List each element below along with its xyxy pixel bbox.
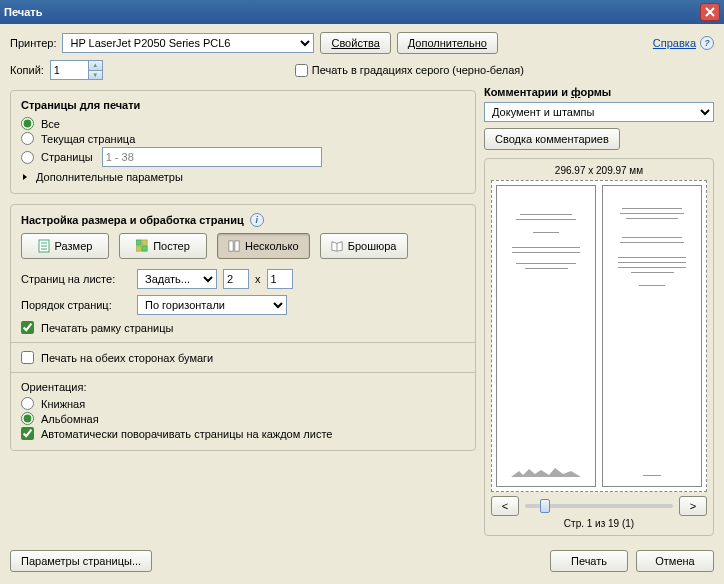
border-checkbox[interactable] bbox=[21, 321, 34, 334]
preview-page-1 bbox=[496, 185, 596, 487]
svg-rect-1 bbox=[136, 240, 141, 245]
pps-x-input[interactable] bbox=[223, 269, 249, 289]
preview-dims: 296.97 x 209.97 мм bbox=[491, 165, 707, 176]
size-icon bbox=[38, 239, 50, 253]
multiple-button[interactable]: Несколько bbox=[217, 233, 310, 259]
pages-range-label: Страницы bbox=[41, 151, 93, 163]
zoom-slider[interactable] bbox=[525, 504, 673, 508]
slider-thumb[interactable] bbox=[540, 499, 550, 513]
copies-spinner[interactable]: ▲▼ bbox=[50, 60, 103, 80]
pages-range-radio[interactable] bbox=[21, 151, 34, 164]
pages-range-input[interactable] bbox=[102, 147, 322, 167]
printer-label: Принтер: bbox=[10, 37, 56, 49]
portrait-radio[interactable] bbox=[21, 397, 34, 410]
close-button[interactable] bbox=[700, 3, 720, 21]
spin-up-icon[interactable]: ▲ bbox=[89, 61, 102, 71]
pages-fieldset: Страницы для печати Все Текущая страница… bbox=[10, 90, 476, 194]
pages-all-label: Все bbox=[41, 118, 60, 130]
orientation-label: Ориентация: bbox=[21, 381, 465, 393]
comments-title: Комментарии и формы bbox=[484, 86, 611, 98]
autorotate-label: Автоматически поворачивать страницы на к… bbox=[41, 428, 332, 440]
size-button[interactable]: Размер bbox=[21, 233, 109, 259]
sizing-title: Настройка размера и обработка страниц bbox=[21, 214, 244, 226]
pages-more-label[interactable]: Дополнительные параметры bbox=[36, 171, 183, 183]
svg-rect-4 bbox=[142, 246, 147, 251]
print-button[interactable]: Печать bbox=[550, 550, 628, 572]
landscape-radio[interactable] bbox=[21, 412, 34, 425]
page-setup-button[interactable]: Параметры страницы... bbox=[10, 550, 152, 572]
grayscale-checkbox[interactable] bbox=[295, 64, 308, 77]
window-title: Печать bbox=[4, 6, 42, 18]
preview-page-frame bbox=[491, 180, 707, 492]
expand-icon[interactable] bbox=[23, 174, 27, 180]
duplex-checkbox[interactable] bbox=[21, 351, 34, 364]
pages-current-label: Текущая страница bbox=[41, 133, 135, 145]
pages-all-radio[interactable] bbox=[21, 117, 34, 130]
advanced-button[interactable]: Дополнительно bbox=[397, 32, 498, 54]
title-bar: Печать bbox=[0, 0, 724, 24]
sizing-fieldset: Настройка размера и обработка страниц i … bbox=[10, 204, 476, 451]
preview-page-2 bbox=[602, 185, 702, 487]
page-info: Стр. 1 из 19 (1) bbox=[491, 518, 707, 529]
pages-current-radio[interactable] bbox=[21, 132, 34, 145]
landscape-label: Альбомная bbox=[41, 413, 99, 425]
poster-icon bbox=[136, 239, 148, 253]
summary-button[interactable]: Сводка комментариев bbox=[484, 128, 620, 150]
border-label: Печатать рамку страницы bbox=[41, 322, 173, 334]
pps-mode-select[interactable]: Задать... bbox=[137, 269, 217, 289]
pps-sep: x bbox=[255, 273, 261, 285]
cancel-button[interactable]: Отмена bbox=[636, 550, 714, 572]
comments-select[interactable]: Документ и штампы bbox=[484, 102, 714, 122]
skyline-icon bbox=[511, 466, 581, 478]
grayscale-label: Печать в градациях серого (черно-белая) bbox=[312, 64, 524, 76]
zoom-out-button[interactable]: < bbox=[491, 496, 519, 516]
duplex-label: Печать на обеих сторонах бумаги bbox=[41, 352, 213, 364]
pps-label: Страниц на листе: bbox=[21, 273, 131, 285]
portrait-label: Книжная bbox=[41, 398, 85, 410]
booklet-button[interactable]: Брошюра bbox=[320, 233, 408, 259]
svg-rect-3 bbox=[136, 246, 141, 251]
order-select[interactable]: По горизонтали bbox=[137, 295, 287, 315]
booklet-icon bbox=[331, 239, 343, 253]
printer-select[interactable]: HP LaserJet P2050 Series PCL6 bbox=[62, 33, 314, 53]
help-icon[interactable]: ? bbox=[700, 36, 714, 50]
order-label: Порядок страниц: bbox=[21, 299, 131, 311]
svg-rect-6 bbox=[235, 241, 239, 251]
svg-rect-5 bbox=[229, 241, 233, 251]
poster-button[interactable]: Постер bbox=[119, 233, 207, 259]
preview-box: 296.97 x 209.97 мм bbox=[484, 158, 714, 536]
copies-label: Копий: bbox=[10, 64, 44, 76]
autorotate-checkbox[interactable] bbox=[21, 427, 34, 440]
copies-input[interactable] bbox=[50, 60, 88, 80]
help-link[interactable]: Справка bbox=[653, 37, 696, 49]
zoom-in-button[interactable]: > bbox=[679, 496, 707, 516]
pps-y-input[interactable] bbox=[267, 269, 293, 289]
svg-rect-2 bbox=[142, 240, 147, 245]
info-icon[interactable]: i bbox=[250, 213, 264, 227]
pages-title: Страницы для печати bbox=[21, 99, 465, 111]
spin-down-icon[interactable]: ▼ bbox=[89, 71, 102, 80]
multiple-icon bbox=[228, 239, 240, 253]
properties-button[interactable]: Свойства bbox=[320, 32, 390, 54]
